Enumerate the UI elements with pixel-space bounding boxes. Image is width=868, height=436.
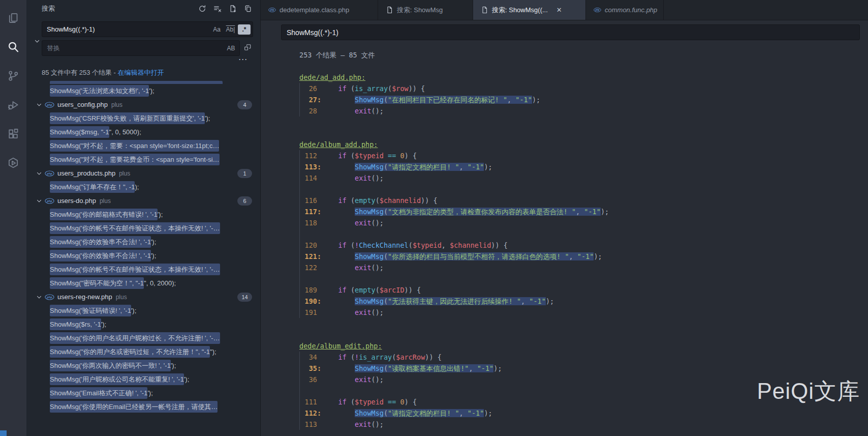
chevron-down-icon[interactable] bbox=[36, 101, 43, 108]
open-in-editor-link[interactable]: 在编辑器中打开 bbox=[118, 69, 164, 76]
activitybar-run-debug[interactable] bbox=[0, 91, 26, 120]
code-line[interactable]: 190: ShowMsg("无法获得主键，因此无法进行后续操作! ", "-1"… bbox=[300, 296, 868, 307]
refresh-icon[interactable] bbox=[198, 5, 206, 13]
search-controls: ShowMsg((.*)-1) AaAb|.* 替换 AB ··· bbox=[26, 17, 260, 63]
code-line[interactable]: 116 if (empty($channelid)) { bbox=[300, 195, 868, 206]
match-result-row[interactable]: ShowMsg('你使用的Email已经被另一帐号注册，请使其… bbox=[26, 400, 260, 414]
preserve-case-toggle[interactable]: AB bbox=[225, 43, 237, 53]
chevron-down-icon[interactable] bbox=[36, 197, 43, 205]
code-line[interactable]: 121: ShowMsg("你所选择的栏目与当前模型不相符，请选择白色的选项! … bbox=[300, 251, 868, 262]
match-highlight: ShowMsg('用户昵称或公司名称不能重复! ', '-1 bbox=[50, 373, 184, 385]
match-result-row[interactable]: ShowMsg('用户昵称或公司名称不能重复! ', '-1'); bbox=[26, 372, 260, 386]
code-line[interactable]: 112: ShowMsg("请指定文档的栏目! ", "-1"); bbox=[300, 408, 868, 419]
activitybar-explorer[interactable] bbox=[0, 4, 26, 33]
activitybar-hexagon-extension[interactable] bbox=[0, 149, 26, 178]
tab-3[interactable]: 搜索: ShowMsg((...✕ bbox=[473, 0, 586, 20]
blank-line bbox=[299, 61, 868, 72]
match-result-row[interactable]: ShowMsg("对不起，需要花费金币：<span style='font-si… bbox=[26, 153, 260, 166]
file-heading-link[interactable]: dede/ad_add.php: bbox=[299, 73, 365, 81]
match-highlight: ShowMsg("对不起，需要花费金币：<span style='font-si… bbox=[50, 154, 220, 165]
code-line[interactable]: 35: ShowMsg("读取档案基本信息出错!", "-1"); bbox=[300, 363, 868, 374]
match-result-row[interactable]: ShowMsg("对不起，需要：<span style='font-size:1… bbox=[26, 139, 260, 153]
code-line[interactable]: 112 if ($typeid == 0) { bbox=[300, 150, 868, 161]
match-result-row[interactable]: ShowMsg("你的用户名或密码过短，不允许注册！", "-1"); bbox=[26, 345, 260, 359]
match-result-row[interactable]: ShowMsg('验证码错误! ', '-1'); bbox=[26, 304, 260, 317]
match-case-toggle[interactable]: Aa bbox=[210, 24, 223, 35]
whole-word-toggle[interactable]: Ab| bbox=[224, 24, 237, 35]
code-line[interactable]: 26 if (is_array($row)) { bbox=[300, 83, 868, 94]
match-result-row[interactable]: ShowMsg("密码不能为空！", "-1", 0, 2000); bbox=[26, 276, 260, 290]
file-result-row[interactable]: phpusers-reg-new.phpplus14 bbox=[26, 290, 260, 304]
file-result-row[interactable]: phpusers_products.phpplus1 bbox=[26, 166, 260, 180]
match-result-row[interactable]: ShowMsg('你的效验串不合法! ', '-1'); bbox=[26, 235, 260, 249]
remote-indicator-sliver[interactable] bbox=[0, 430, 7, 436]
match-result-row[interactable]: ShowMsg("订单不存在！", -1); bbox=[26, 180, 260, 194]
match-result-row[interactable]: ShowMsg('你的用户名或用户昵称过长，不允许注册! ', '-… bbox=[26, 331, 260, 345]
activitybar-extensions[interactable] bbox=[0, 120, 26, 149]
run-debug-icon bbox=[7, 99, 19, 113]
new-search-editor-icon[interactable] bbox=[229, 5, 237, 13]
code-line[interactable]: 122 exit(); bbox=[300, 262, 868, 273]
file-heading-link[interactable]: dede/album_edit.php: bbox=[299, 342, 382, 350]
activitybar-source-control[interactable] bbox=[0, 62, 26, 91]
code-line[interactable]: 27: ShowMsg("在相同栏目下已经存在同名的标记! ", "-1"); bbox=[300, 94, 868, 105]
activity-bar bbox=[0, 0, 26, 436]
tab-label: 搜索: ShowMsg bbox=[397, 6, 443, 15]
file-name: users_products.php bbox=[57, 169, 115, 177]
search-editor-query-input[interactable]: ShowMsg((.*)-1) bbox=[281, 24, 860, 40]
match-result-row[interactable]: ShowMsg('你的邮箱格式有错误! ', '-1'); bbox=[26, 208, 260, 221]
search-input[interactable]: ShowMsg((.*)-1) AaAb|.* bbox=[42, 21, 253, 37]
match-result-row[interactable]: ShowMsg('Email格式不正确! ', '-1'); bbox=[26, 386, 260, 400]
search-editor-query-bar: ShowMsg((.*)-1) bbox=[261, 20, 868, 40]
toggle-replace-button[interactable] bbox=[33, 21, 42, 63]
replace-all-icon[interactable] bbox=[244, 44, 253, 53]
line-number: 112 bbox=[300, 408, 317, 419]
code-line[interactable]: 117: ShowMsg("文档为非指定的类型，请检查你发布内容的表单是否合法!… bbox=[300, 206, 868, 217]
file-result-row[interactable]: phpusers-do.phpplus6 bbox=[26, 194, 260, 208]
line-number-colon: : bbox=[317, 363, 322, 374]
blank-line bbox=[300, 228, 868, 240]
line-number: 121 bbox=[300, 251, 317, 262]
line-number-colon bbox=[317, 262, 322, 273]
line-number-colon bbox=[317, 352, 322, 363]
tab-4[interactable]: phpcommon.func.php bbox=[586, 0, 664, 20]
activitybar-search[interactable] bbox=[0, 33, 26, 62]
code-line[interactable]: 189 if (empty($arcID)) { bbox=[300, 284, 868, 296]
line-number-colon: : bbox=[317, 161, 322, 172]
match-result-row[interactable]: ShowMsg('你的帐号不在邮件验证状态，本操作无效! ', '-… bbox=[26, 221, 260, 235]
match-result-row[interactable]: ShowMsg($msg, "-1", 0, 5000); bbox=[26, 125, 260, 139]
close-icon[interactable]: ✕ bbox=[556, 6, 562, 14]
more-actions-dots[interactable]: ··· bbox=[42, 56, 253, 63]
match-result-row[interactable]: ShowMsg('你的效验串不合法! ', '-1'); bbox=[26, 249, 260, 263]
tab-2[interactable]: 搜索: ShowMsg bbox=[378, 0, 473, 20]
match-result-row[interactable]: ShowMsg('CSRF校验失败，请刷新页面重新提交', '-1'); bbox=[26, 111, 260, 125]
match-tail: '); bbox=[171, 362, 176, 369]
match-highlight: ShowMsg('Email格式不正确! ', '-1 bbox=[50, 387, 147, 399]
code-line[interactable]: 191 exit(); bbox=[300, 307, 868, 318]
code-line[interactable]: 34 if (!is_array($arcRow)) { bbox=[300, 352, 868, 363]
open-in-editor-icon[interactable] bbox=[244, 5, 252, 13]
replace-input[interactable]: 替换 AB bbox=[42, 40, 240, 56]
code-line[interactable]: 114 exit(); bbox=[300, 172, 868, 184]
code-line[interactable]: 28 exit(); bbox=[300, 105, 868, 117]
code-line[interactable]: 118 exit(); bbox=[300, 217, 868, 228]
match-result-row[interactable]: ShowMsg('无法浏览未知文档!', '-1'); bbox=[26, 84, 260, 98]
match-result-row[interactable]: ShowMsg('你的帐号不在邮件验证状态，本操作无效! ', '-… bbox=[26, 263, 260, 276]
code-line[interactable]: 113 exit(); bbox=[300, 419, 868, 430]
match-result-row[interactable]: ShowMsg($rs, '-1'); bbox=[26, 317, 260, 331]
line-number-colon bbox=[317, 105, 322, 117]
file-heading-link[interactable]: dede/album_add.php: bbox=[299, 140, 378, 149]
chevron-down-icon[interactable] bbox=[36, 294, 43, 301]
match-result-row[interactable]: ShowMsg('你两次输入的密码不一致! ', '-1'); bbox=[26, 359, 260, 372]
code-line[interactable]: 113: ShowMsg("请指定文档的栏目! ", "-1"); bbox=[300, 161, 868, 172]
tab-1[interactable]: phpdedetemplate.class.php bbox=[261, 0, 378, 20]
regex-toggle[interactable]: .* bbox=[238, 24, 251, 35]
file-heading: dede/ad_add.php: bbox=[299, 72, 868, 83]
line-number-colon bbox=[317, 150, 322, 161]
file-result-row[interactable]: phpusers_config.phpplus4 bbox=[26, 98, 260, 111]
clear-search-results-icon[interactable] bbox=[213, 5, 222, 13]
line-number-colon bbox=[317, 396, 322, 408]
code-line[interactable]: 120 if (!CheckChannel($typeid, $channeli… bbox=[300, 240, 868, 251]
file-heading: dede/album_edit.php: bbox=[299, 340, 868, 352]
chevron-down-icon[interactable] bbox=[36, 170, 43, 177]
